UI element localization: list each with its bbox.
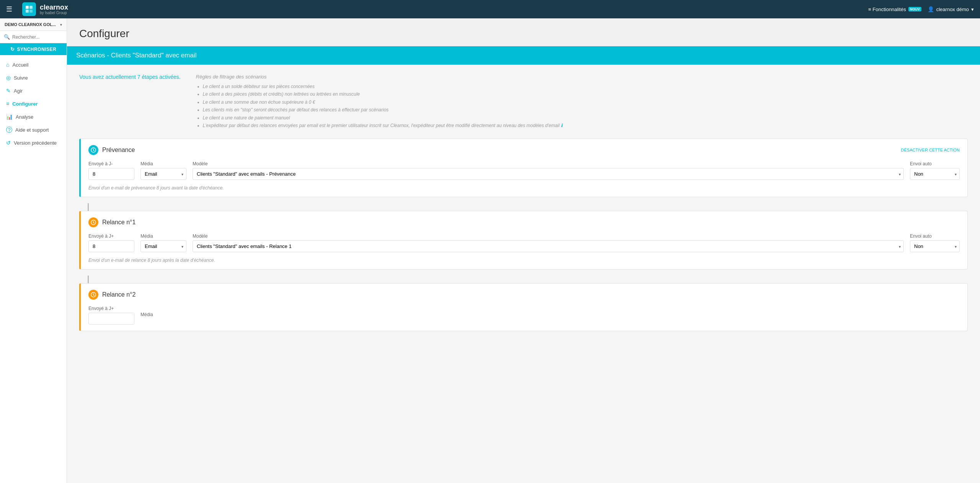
relance1-card: Relance n°1 DÉSACTIVER Envoyé à J+ Média [79, 211, 968, 269]
prevenance-envoi-select-wrapper: Non Oui ▾ [910, 168, 960, 180]
filter-rule-3: Le client a une somme due non échue supé… [203, 98, 968, 106]
content-body: Vous avez actuellement 7 étapes activées… [67, 65, 980, 346]
relance1-modele-select[interactable]: Clients "Standard" avec emails - Relance… [193, 240, 904, 252]
steps-active-text: Vous avez actuellement 7 étapes activées… [79, 74, 181, 80]
new-badge: NOUV [908, 7, 921, 11]
filter-rule-2: Le client a des pièces (débits et crédit… [203, 90, 968, 98]
prevenance-description: Envoi d'un e-mail de prévenance 8 jours … [88, 185, 960, 191]
prevenance-title-row: Prévenance [88, 145, 135, 155]
relance1-title: Relance n°1 [102, 219, 136, 226]
relance2-form-row: Envoyé à J+ Média [88, 306, 960, 325]
deactivate-prevenance-button[interactable]: DÉSACTIVER CETTE ACTION [901, 148, 960, 152]
sidebar: DEMO CLEARNOX GOL... ▾ 🔍 ↻ SYNCHRONISER … [0, 18, 67, 483]
relance1-envoi-select-wrapper: Non Oui ▾ [910, 240, 960, 252]
info-icon[interactable]: ℹ [561, 123, 563, 128]
prevenance-card-header: Prévenance DÉSACTIVER CETTE ACTION [81, 139, 967, 161]
company-selector[interactable]: DEMO CLEARNOX GOL... ▾ [0, 18, 67, 31]
relance1-form-row: Envoyé à J+ Média Email Courrier SMS [88, 233, 960, 252]
prevenance-envoi-group: Envoi auto Non Oui ▾ [910, 161, 960, 180]
relance1-icon [88, 217, 98, 227]
prevenance-modele-label: Modèle [193, 161, 904, 166]
prevenance-envoye-input[interactable] [88, 168, 134, 180]
relance1-envoi-label: Envoi auto [910, 233, 960, 239]
relance2-card-body: Envoyé à J+ Média [81, 306, 967, 331]
filter-rules-title: Règles de filtrage des scénarios [196, 74, 968, 80]
logo-title: clearnox [40, 4, 68, 11]
filter-rule-6: L'expéditeur par défaut des relances env… [203, 122, 968, 129]
relance1-envoye-input[interactable] [88, 240, 134, 252]
sidebar-item-aide[interactable]: ? Aide et support [0, 123, 67, 136]
sidebar-item-accueil-label: Accueil [12, 62, 28, 68]
search-input[interactable] [12, 34, 63, 40]
logo-icon [22, 2, 36, 16]
prevenance-envoye-label: Envoyé à J- [88, 161, 134, 166]
top-nav-right: ≡ Fonctionnalités NOUV 👤 clearnox démo ▾ [868, 6, 974, 12]
sidebar-item-agir[interactable]: ✎ Agir [0, 84, 67, 97]
configurer-icon: ≡ [6, 101, 9, 107]
sync-button[interactable]: ↻ SYNCHRONISER [0, 43, 67, 55]
fonctionnalites-label: ≡ Fonctionnalités [868, 7, 906, 12]
relance1-modele-select-wrapper: Clients "Standard" avec emails - Relance… [193, 240, 904, 252]
company-chevron-icon: ▾ [60, 23, 62, 27]
filter-rules: Règles de filtrage des scénarios Le clie… [196, 74, 968, 129]
sidebar-nav: ⌂ Accueil ◎ Suivre ✎ Agir ≡ Configurer 📊… [0, 55, 67, 152]
search-icon: 🔍 [4, 34, 10, 40]
relance1-modele-label: Modèle [193, 233, 904, 239]
prevenance-modele-select[interactable]: Clients "Standard" avec emails - Prévena… [193, 168, 904, 180]
sidebar-item-configurer-label: Configurer [12, 101, 38, 107]
sidebar-item-agir-label: Agir [14, 88, 23, 94]
sidebar-item-configurer[interactable]: ≡ Configurer [0, 97, 67, 110]
filter-rule-1: Le client a un solde débiteur sur les pi… [203, 83, 968, 90]
fonctionnalites-button[interactable]: ≡ Fonctionnalités NOUV [868, 7, 921, 12]
relance1-card-body: Envoyé à J+ Média Email Courrier SMS [81, 233, 967, 269]
search-box: 🔍 [0, 31, 67, 43]
relance2-card: Relance n°2 Envoyé à J+ Média [79, 283, 968, 331]
connecting-line-1 [88, 203, 89, 211]
relance1-envoi-select[interactable]: Non Oui [910, 240, 960, 252]
relance2-envoye-group: Envoyé à J+ [88, 306, 134, 325]
relance2-media-group: Média [140, 312, 153, 319]
page-title: Configurer [79, 28, 968, 40]
section-title: Scénarios - Clients "Standard" avec emai… [76, 52, 196, 59]
sidebar-item-version[interactable]: ↺ Version précédente [0, 136, 67, 149]
prevenance-media-select[interactable]: Email Courrier SMS [140, 168, 186, 180]
relance1-envoye-label: Envoyé à J+ [88, 233, 134, 239]
user-icon: 👤 [928, 6, 934, 12]
section-header: Scénarios - Clients "Standard" avec emai… [67, 46, 980, 65]
aide-icon: ? [6, 127, 12, 133]
relance1-media-select[interactable]: Email Courrier SMS [140, 240, 186, 252]
sidebar-item-analyse[interactable]: 📊 Analyse [0, 110, 67, 123]
relance1-envoi-group: Envoi auto Non Oui ▾ [910, 233, 960, 252]
agir-icon: ✎ [6, 88, 11, 94]
hamburger-button[interactable]: ☰ [6, 5, 12, 13]
sidebar-item-aide-label: Aide et support [15, 127, 49, 133]
relance2-media-label: Média [140, 312, 153, 317]
filter-rule-5: Le client a une nature de paiement manue… [203, 114, 968, 122]
relance2-envoye-input[interactable] [88, 313, 134, 325]
prevenance-envoi-select[interactable]: Non Oui [910, 168, 960, 180]
svg-rect-3 [29, 10, 33, 13]
svg-rect-1 [29, 6, 33, 9]
logo-area: ☰ clearnox by Isabel Group [6, 2, 68, 16]
user-menu[interactable]: 👤 clearnox démo ▾ [928, 6, 974, 12]
prevenance-modele-select-wrapper: Clients "Standard" avec emails - Prévena… [193, 168, 904, 180]
prevenance-card-body: Envoyé à J- Média Email Courrier SMS [81, 161, 967, 197]
user-label: clearnox démo [936, 7, 969, 12]
svg-rect-0 [26, 6, 29, 9]
filter-rule-4: Les clients mis en "stop" seront décoché… [203, 106, 968, 114]
relance2-envoye-label: Envoyé à J+ [88, 306, 134, 311]
relance2-title: Relance n°2 [102, 291, 136, 298]
sidebar-item-accueil[interactable]: ⌂ Accueil [0, 58, 67, 71]
relance1-card-header: Relance n°1 DÉSACTIVER [81, 211, 967, 233]
relance1-media-label: Média [140, 233, 186, 239]
connecting-line-2 [88, 276, 89, 283]
prevenance-form-row: Envoyé à J- Média Email Courrier SMS [88, 161, 960, 180]
main-layout: DEMO CLEARNOX GOL... ▾ 🔍 ↻ SYNCHRONISER … [0, 18, 980, 483]
relance1-media-select-wrapper: Email Courrier SMS ▾ [140, 240, 186, 252]
sidebar-item-suivre[interactable]: ◎ Suivre [0, 71, 67, 84]
sync-label: SYNCHRONISER [17, 47, 56, 52]
prevenance-card: Prévenance DÉSACTIVER CETTE ACTION Envoy… [79, 139, 968, 197]
suivre-icon: ◎ [6, 75, 11, 81]
user-chevron-icon: ▾ [971, 7, 974, 12]
relance2-title-row: Relance n°2 [88, 290, 136, 300]
